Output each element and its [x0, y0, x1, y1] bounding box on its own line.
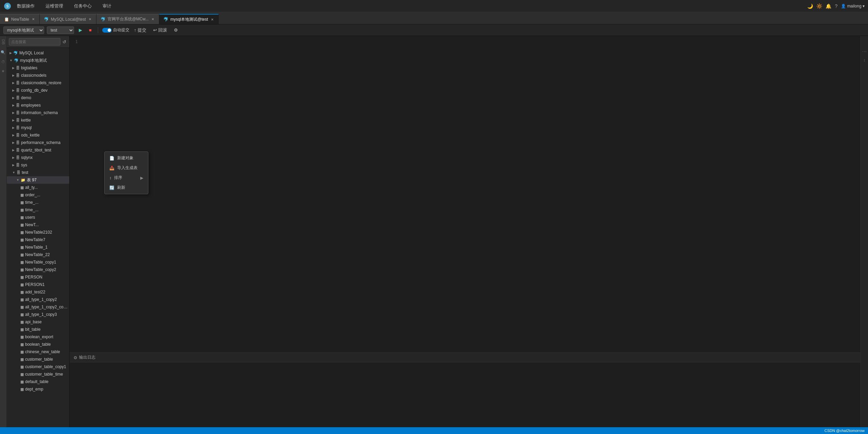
tree-item-sqlynx[interactable]: ▶ 🗄 sqlynx	[7, 154, 69, 161]
tree-item-dept-emp[interactable]: ▦ dept_emp	[7, 385, 69, 393]
tree-item-users[interactable]: ▦ users	[7, 214, 69, 221]
menu-audit[interactable]: 审计	[101, 2, 113, 10]
tree-item-order[interactable]: ▦ order_...	[7, 191, 69, 199]
editor-content[interactable]	[80, 36, 861, 352]
submenu-arrow: ▶	[140, 176, 143, 180]
tree-item-performance-schema[interactable]: ▶ 🗄 performance_schema	[7, 139, 69, 146]
right-expand-icon[interactable]: ↔	[862, 58, 867, 62]
tree-item-newt[interactable]: ▦ NewT...	[7, 221, 69, 229]
tree-item-kettle[interactable]: ▶ 🗄 kettle	[7, 116, 69, 124]
tab-mysql-local-test[interactable]: 🐬 mysql本地测试@test ✕	[159, 14, 219, 24]
table-icon: ▦	[20, 290, 24, 294]
tree-item-default-table[interactable]: ▦ default_table	[7, 378, 69, 385]
import-icon: 📥	[109, 166, 114, 170]
context-menu-item-sort[interactable]: ↕ 排序 ▶	[105, 173, 148, 183]
tree-item-mysql-local-test[interactable]: ▼ 🐬 mysql本地测试	[7, 57, 69, 64]
right-bar: ⋮ ↔	[861, 36, 868, 427]
collapse-arrow: ▶	[12, 126, 15, 129]
tree-item-table-group[interactable]: ▼ 📁 表 97	[7, 176, 69, 184]
tree-item-newtable2102[interactable]: ▦ NewTable2102	[7, 229, 69, 236]
schema-icon: 🗄	[16, 148, 20, 152]
tree-item-api-base[interactable]: ▦ api_base	[7, 318, 69, 326]
refresh-button[interactable]: ↺	[62, 39, 67, 45]
tab-close[interactable]: ✕	[31, 17, 35, 21]
tree-item-customer-table[interactable]: ▦ customer_table	[7, 356, 69, 363]
settings-button[interactable]: ⚙	[172, 27, 180, 33]
tree-item-bit-table[interactable]: ▦ bit_table	[7, 326, 69, 333]
tree-item-classicmodels-restore[interactable]: ▶ 🗄 classicmodels_restore	[7, 79, 69, 87]
tree-label: classicmodels_restore	[21, 80, 61, 85]
tree-item-mysql[interactable]: ▶ 🗄 mysql	[7, 124, 69, 131]
tree-item-demo[interactable]: ▶ 🗄 demo	[7, 94, 69, 102]
tree-item-time2[interactable]: ▦ time_...	[7, 206, 69, 214]
tab-guanwang[interactable]: 🐬 官网平台系统@MCw... ✕	[96, 14, 159, 24]
right-panel-icon[interactable]: ⋮	[862, 50, 867, 54]
moon-icon[interactable]: 🌙	[807, 3, 813, 9]
db-icon[interactable]: DB	[1, 39, 5, 44]
run-button[interactable]: ▶ ▶	[77, 27, 84, 33]
tree-item-all-type-copy3[interactable]: ▦ all_type_1_copy3	[7, 311, 69, 318]
connection-select[interactable]: mysql本地测试	[3, 26, 44, 34]
tree-item-sys[interactable]: ▶ 🗄 sys	[7, 161, 69, 169]
tree-item-newtable22[interactable]: ▦ NewTable_22	[7, 251, 69, 258]
tab-newtable[interactable]: 📋 NewTable ✕	[0, 14, 40, 24]
tree-item-classicmodels[interactable]: ▶ 🗄 classicmodels	[7, 72, 69, 79]
tab-mysql-local[interactable]: 🐬 MySQL Local@test ✕	[40, 14, 96, 24]
search-act-icon[interactable]: 🔍	[1, 50, 5, 54]
rollback-button[interactable]: ↩ 回滚	[151, 26, 169, 34]
tree-item-mysql-local[interactable]: ▶ 🐬 MySQL Local	[7, 49, 69, 57]
tree-label: NewTable2102	[25, 230, 52, 235]
tree-item-newtable-copy2[interactable]: ▦ NewTable_copy2	[7, 266, 69, 273]
tree-item-customer-table-copy1[interactable]: ▦ customer_table_copy1	[7, 363, 69, 370]
history-icon[interactable]: ⏱	[1, 60, 5, 64]
tree-label: kettle	[21, 118, 31, 123]
tree-item-add-test22[interactable]: ▦ add_test22	[7, 288, 69, 296]
bookmark-icon[interactable]: ★	[1, 69, 5, 73]
tree-item-newtable-copy1[interactable]: ▦ NewTable_copy1	[7, 258, 69, 266]
help-icon[interactable]: ?	[835, 3, 837, 9]
search-input[interactable]	[9, 38, 60, 46]
tree-item-newtable7[interactable]: ▦ NewTable7	[7, 236, 69, 243]
tree-item-boolean-table[interactable]: ▦ boolean_table	[7, 341, 69, 348]
tree-item-all-ty[interactable]: ▦ all_ty...	[7, 184, 69, 191]
tree-item-all-type-copy2-copy1[interactable]: ▦ all_type_1_copy2_copy1	[7, 303, 69, 311]
tree-item-time1[interactable]: ▦ time_...	[7, 199, 69, 206]
tab-close[interactable]: ✕	[88, 17, 92, 21]
database-select[interactable]: test	[47, 26, 74, 34]
tree-item-test-db[interactable]: ▼ 🗄 test	[7, 169, 69, 176]
tree-item-config-db-dev[interactable]: ▶ 🗄 config_db_dev	[7, 87, 69, 94]
collapse-arrow: ▶	[12, 148, 15, 152]
tree-item-employees[interactable]: ▶ 🗄 employees	[7, 102, 69, 109]
context-menu-item-new-object[interactable]: 📄 新建对象	[105, 153, 148, 163]
tree-item-person1[interactable]: ▦ PERSON1	[7, 281, 69, 288]
context-menu-item-import[interactable]: 📥 导入生成表	[105, 163, 148, 173]
stop-button[interactable]: ■	[87, 27, 94, 33]
toggle-icon[interactable]: 🔆	[816, 3, 822, 9]
menu-task-center[interactable]: 任务中心	[72, 2, 94, 10]
toggle-switch[interactable]	[102, 28, 112, 33]
tree-item-newtable1[interactable]: ▦ NewTable_1	[7, 243, 69, 251]
title-bar: S 数据操作 运维管理 任务中心 审计 🌙 🔆 🔔 ? 👤 mailong ▾	[0, 0, 868, 12]
tree-label: bigtables	[21, 66, 37, 70]
context-menu-item-refresh[interactable]: 🔄 刷新	[105, 183, 148, 193]
notification-icon[interactable]: 🔔	[826, 3, 831, 9]
tab-close[interactable]: ✕	[151, 17, 155, 21]
expand-arrow: ▼	[10, 59, 13, 62]
tree-item-customer-table-time[interactable]: ▦ customer_table_time	[7, 370, 69, 378]
tree-item-bigtables[interactable]: ▶ 🗄 bigtables	[7, 64, 69, 72]
schema-icon: 🗄	[16, 66, 20, 70]
tree-item-quartz[interactable]: ▶ 🗄 quartz_tibot_test	[7, 146, 69, 154]
tree-item-boolean-export[interactable]: ▦ boolean_export	[7, 333, 69, 341]
tab-close[interactable]: ✕	[210, 17, 214, 22]
submit-button[interactable]: ↑ 提交	[132, 26, 149, 34]
menu-data-ops[interactable]: 数据操作	[15, 2, 37, 10]
tree-label: ods_kettle	[21, 133, 40, 138]
tree-item-person[interactable]: ▦ PERSON	[7, 273, 69, 281]
tree-item-information-schema[interactable]: ▶ 🗄 information_schema	[7, 109, 69, 116]
menu-ops-mgmt[interactable]: 运维管理	[43, 2, 65, 10]
tree-item-all-type-copy2[interactable]: ▦ all_type_1_copy2	[7, 296, 69, 303]
tree-item-chinese-new-table[interactable]: ▦ chinese_new_table	[7, 348, 69, 356]
tree-item-ods-kettle[interactable]: ▶ 🗄 ods_kettle	[7, 131, 69, 139]
user-info[interactable]: 👤 mailong ▾	[841, 4, 865, 8]
auto-commit-toggle[interactable]: 自动提交	[102, 27, 129, 33]
